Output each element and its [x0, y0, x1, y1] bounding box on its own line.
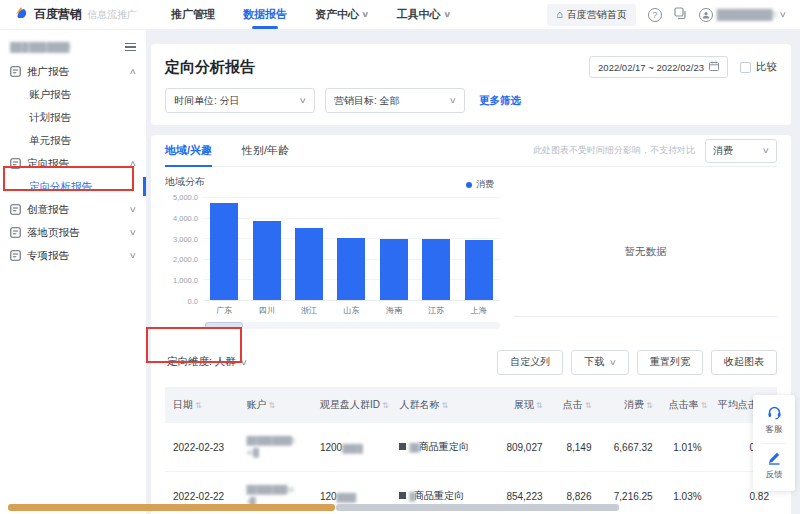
column-header-3: 人群名称⇅ — [391, 387, 483, 423]
floating-helper-panel: 客服反馈 — [753, 395, 795, 491]
marketing-home-button[interactable]: ⌂ 百度营销首页 — [547, 4, 636, 26]
dimension-select[interactable]: 定向维度: 人群 ∨ — [165, 347, 249, 377]
bar-海南 — [380, 239, 408, 300]
calendar-icon — [709, 61, 719, 73]
chevron-down-icon: ∨ — [762, 146, 770, 155]
filter-row: 时间单位: 分日∨营销目标: 全部∨更多筛选 — [165, 88, 777, 113]
report-body-card: 地域/兴趣性别/年龄 此处图表不受时间细分影响，不支持对比 消费 ∨ 地域分布 … — [151, 135, 791, 514]
sort-icon[interactable]: ⇅ — [441, 401, 448, 410]
targeting-report-icon — [10, 158, 21, 169]
nav-item-3[interactable]: 工具中心∨ — [397, 0, 451, 29]
annotation-orange-bar — [8, 504, 335, 511]
bar-浙江 — [295, 228, 323, 300]
chevron-up-icon: ∧ — [129, 159, 137, 168]
table-button-label: 收起图表 — [724, 355, 764, 369]
chevron-down-icon: ∨ — [609, 358, 617, 367]
plot-area — [203, 197, 500, 301]
sidebar-item-0-0[interactable]: 账户报告 — [0, 83, 146, 106]
tab-0[interactable]: 地域/兴趣 — [165, 135, 212, 166]
table-button-label: 重置列宽 — [650, 355, 690, 369]
horizontal-scrollbar-thumb[interactable] — [336, 504, 619, 511]
headset-icon — [767, 405, 782, 422]
table-row: 2022-02-23██ ███ ████644█1200███ ███商品重定… — [165, 423, 777, 472]
chevron-down-icon: ∨ — [449, 96, 457, 105]
x-tick-label: 上海 — [465, 305, 493, 316]
sidebar-item-0-2[interactable]: 单元报告 — [0, 129, 146, 152]
y-tick-label: 3,000.0 — [173, 234, 198, 243]
sidebar-group-0[interactable]: 推广报告∧ — [0, 60, 146, 83]
table-button-2[interactable]: 重置列宽 — [637, 350, 703, 375]
table-button-label: 下载 — [584, 355, 604, 369]
apps-icon[interactable] — [674, 6, 687, 24]
sidebar-group-1[interactable]: 定向报告∧ — [0, 152, 146, 175]
divider — [761, 443, 787, 444]
table-button-3[interactable]: 收起图表 — [711, 350, 777, 375]
cell-date: 2022-02-23 — [165, 423, 238, 472]
sort-icon[interactable]: ⇅ — [195, 401, 202, 410]
column-header-label: 日期 — [173, 399, 193, 410]
sort-icon[interactable]: ⇅ — [701, 401, 708, 410]
user-menu[interactable]: █████████n ∨ — [699, 8, 786, 22]
sidebar-group-4[interactable]: 专项报告∨ — [0, 244, 146, 267]
x-tick-label: 广东 — [210, 305, 238, 316]
filter-select-0[interactable]: 时间单位: 分日∨ — [165, 88, 315, 113]
chart-metric-value: 消费 — [713, 144, 733, 158]
nav-item-label: 资产中心 — [315, 7, 359, 22]
sort-icon[interactable]: ⇅ — [646, 401, 653, 410]
chevron-up-icon: ∧ — [129, 67, 137, 76]
sort-icon[interactable]: ⇅ — [585, 401, 592, 410]
sidebar-group-label: 推广报告 — [27, 65, 124, 79]
float-item-0[interactable]: 客服 — [766, 402, 783, 439]
tab-1[interactable]: 性别/年龄 — [242, 135, 289, 166]
chevron-down-icon: ∨ — [779, 10, 787, 19]
sort-icon[interactable]: ⇅ — [536, 401, 543, 410]
bar-上海 — [465, 240, 493, 300]
float-item-1[interactable]: 反馈 — [766, 448, 783, 484]
filter-select-1[interactable]: 营销目标: 全部∨ — [325, 88, 465, 113]
sidebar-group-2[interactable]: 创意报告∨ — [0, 198, 146, 221]
column-header-2: 观星盘人群ID⇅ — [312, 387, 392, 423]
nav-item-label: 数据报告 — [243, 7, 287, 22]
column-header-5: 点击⇅ — [551, 387, 600, 423]
baidu-marketing-logo-icon — [14, 5, 29, 24]
sidebar-group-3[interactable]: 落地页报告∨ — [0, 221, 146, 244]
compare-checkbox[interactable] — [740, 62, 751, 73]
column-header-label: 点击率 — [669, 399, 699, 410]
cell-audience-id: 1200███ █ — [312, 423, 392, 472]
column-header-7: 点击率⇅ — [661, 387, 710, 423]
more-filters-link[interactable]: 更多筛选 — [479, 94, 521, 108]
audience-id-prefix: 120 — [320, 491, 337, 502]
data-zoom-thumb[interactable] — [205, 322, 243, 329]
sort-icon[interactable]: ⇅ — [268, 401, 275, 410]
bar-四川 — [253, 221, 281, 300]
nav-item-0[interactable]: 推广管理 — [171, 0, 215, 29]
promo-report-icon — [10, 66, 21, 77]
brand[interactable]: 百度营销 信息流推广 — [14, 5, 137, 24]
compare-toggle[interactable]: 比较 — [740, 60, 777, 74]
help-icon[interactable]: ? — [648, 8, 662, 22]
chart-legend[interactable]: 消费 — [466, 178, 494, 191]
date-range-picker[interactable]: 2022/02/17 ~ 2022/02/23 — [589, 56, 728, 78]
sidebar-account-row: ██ █ ███ ████¹ — [0, 36, 146, 60]
table-button-0[interactable]: 自定义列 — [497, 350, 563, 375]
collapse-sidebar-icon[interactable] — [125, 43, 136, 52]
chart-metric-select[interactable]: 消费 ∨ — [705, 139, 777, 163]
table-button-1[interactable]: 下载∨ — [571, 350, 629, 375]
report-header-card: 定向分析报告 2022/02/17 ~ 2022/02/23 比较 时间单位: … — [151, 44, 791, 125]
nav-item-1[interactable]: 数据报告 — [243, 0, 287, 29]
sort-icon[interactable]: ⇅ — [382, 401, 389, 410]
audience-id-prefix: 1200 — [320, 442, 342, 453]
cell-ctr: 1.01% — [661, 423, 710, 472]
x-tick-label: 海南 — [380, 305, 408, 316]
empty-data-text: 暂无数据 — [514, 245, 777, 259]
sidebar-item-0-1[interactable]: 计划报告 — [0, 106, 146, 129]
home-icon: ⌂ — [556, 9, 563, 20]
y-tick-label: 2,000.0 — [173, 255, 198, 264]
column-header-1: 账户⇅ — [238, 387, 311, 423]
page-title: 定向分析报告 — [165, 58, 255, 77]
audience-thumbnail-icon — [399, 492, 406, 499]
cell-ctr: 1.03% — [661, 472, 710, 514]
nav-item-2[interactable]: 资产中心∨ — [315, 0, 369, 29]
main-content: 定向分析报告 2022/02/17 ~ 2022/02/23 比较 时间单位: … — [151, 44, 791, 514]
sidebar-item-1-0[interactable]: 定向分析报告 — [0, 175, 146, 198]
